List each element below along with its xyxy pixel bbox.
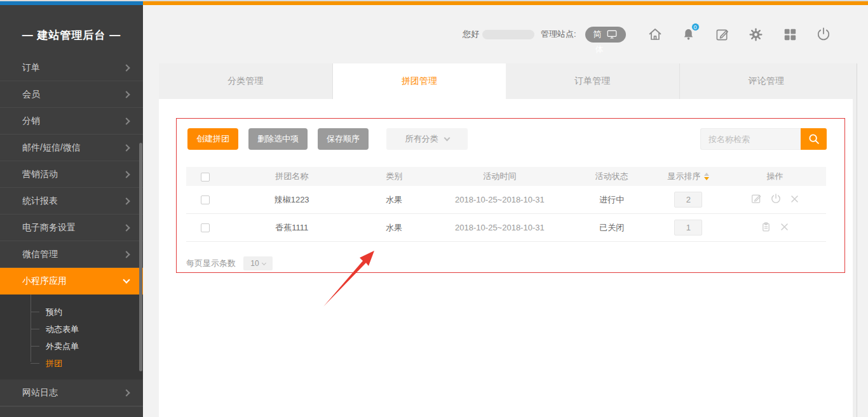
submenu-item-label: 外卖点单: [46, 341, 79, 352]
username-redacted: [482, 30, 534, 39]
sidebar-item-wechat-management[interactable]: 微信管理: [0, 241, 143, 268]
sidebar-item-cutoff: [0, 406, 143, 417]
search-input[interactable]: [700, 128, 801, 150]
submenu-item-appointment[interactable]: 预约: [0, 303, 143, 321]
app-title: — 建站管理后台 —: [0, 5, 143, 43]
delete-selected-button[interactable]: 删除选中项: [248, 128, 308, 150]
category-filter-value: 所有分类: [405, 133, 438, 145]
header-category: 类别: [359, 171, 430, 182]
cell-time: 2018-10-25~2018-10-31: [430, 223, 571, 232]
sidebar-menu: 订单 会员 分销 邮件/短信/微信 营销活动 统计报表 电子商务设置: [0, 61, 143, 417]
chevron-right-icon: [123, 197, 130, 204]
language-char-overflow: 体: [595, 44, 604, 55]
chevron-right-icon: [123, 224, 130, 231]
sidebar-item-reports[interactable]: 统计报表: [0, 188, 143, 215]
header-sort: 显示排序: [667, 171, 700, 182]
tab-bar: 分类管理 拼团管理 订单管理 评论管理: [159, 63, 853, 99]
page-size-value: 10: [250, 259, 259, 268]
managed-site-label: 管理站点:: [541, 29, 576, 40]
cell-status: 进行中: [570, 194, 653, 206]
sidebar-item-label: 网站日志: [22, 387, 58, 399]
notification-badge: 0: [691, 23, 700, 31]
sidebar-scrollbar[interactable]: [139, 143, 142, 371]
sort-toggle-icon[interactable]: [704, 173, 709, 180]
category-filter-dropdown[interactable]: 所有分类: [386, 128, 468, 150]
chevron-down-icon: [444, 135, 450, 141]
create-groupbuy-button[interactable]: 创建拼团: [187, 128, 238, 150]
greeting-text: 您好: [463, 29, 479, 40]
sidebar: — 建站管理后台 — 订单 会员 分销 邮件/短信/微信 营销活动 统计报表: [0, 5, 143, 417]
row-edit-icon[interactable]: [750, 193, 762, 204]
table-header-row: 拼团名称 类别 活动时间 活动状态 显示排序 操作: [186, 167, 826, 186]
sort-order-box[interactable]: 2: [674, 192, 702, 208]
page-size-label: 每页显示条数: [186, 258, 236, 269]
search-area: [700, 128, 827, 150]
home-icon[interactable]: [648, 27, 663, 42]
sidebar-item-marketing[interactable]: 营销活动: [0, 161, 143, 188]
sidebar-item-label: 统计报表: [22, 195, 58, 207]
notifications-bell-icon[interactable]: 0: [681, 27, 696, 42]
chevron-right-icon: [123, 171, 130, 178]
tab-category-management[interactable]: 分类管理: [159, 63, 333, 99]
sidebar-item-miniprogram-apps[interactable]: 小程序应用: [0, 268, 143, 295]
sort-up-icon: [704, 173, 709, 176]
sidebar-item-mail-sms-wechat[interactable]: 邮件/短信/微信: [0, 135, 143, 161]
table-row: 辣椒1223 水果 2018-10-25~2018-10-31 进行中 2: [186, 186, 826, 214]
row-report-clipboard-icon[interactable]: [761, 222, 771, 232]
row-delete-icon[interactable]: [790, 194, 799, 204]
apps-grid-icon[interactable]: [782, 27, 797, 42]
chevron-right-icon: [123, 64, 130, 71]
edit-icon[interactable]: [715, 27, 730, 42]
sidebar-item-ecommerce-settings[interactable]: 电子商务设置: [0, 215, 143, 241]
header-operations: 操作: [724, 171, 826, 182]
sidebar-item-site-logs[interactable]: 网站日志: [0, 380, 143, 406]
sidebar-item-orders-partial: 订单: [0, 61, 143, 81]
chevron-right-icon: [123, 389, 130, 396]
submenu-item-takeout[interactable]: 外卖点单: [0, 338, 143, 355]
page-size-select[interactable]: 10: [243, 256, 273, 270]
tab-order-management[interactable]: 订单管理: [506, 63, 680, 99]
topbar: 您好 管理站点: 简 体 0: [463, 26, 831, 43]
sidebar-item-distribution[interactable]: 分销: [0, 108, 143, 135]
content-scrollbar[interactable]: [852, 63, 857, 417]
sidebar-item-members[interactable]: 会员: [0, 81, 143, 108]
language-toggle[interactable]: 简 体: [585, 27, 626, 43]
header-status: 活动状态: [570, 171, 653, 182]
top-progress-strip: [0, 0, 868, 5]
sidebar-item-label: 会员: [22, 89, 40, 100]
language-char: 简: [593, 29, 601, 40]
sidebar-item-orders[interactable]: 订单: [0, 61, 143, 81]
cell-name: 辣椒1223: [224, 194, 358, 206]
sidebar-submenu: 预约 动态表单 外卖点单 拼团: [0, 295, 143, 380]
settings-gear-icon[interactable]: [749, 27, 764, 42]
sidebar-item-label: 小程序应用: [22, 275, 67, 287]
chevron-down-icon: [123, 276, 130, 283]
sort-order-box[interactable]: 1: [674, 220, 702, 235]
power-logout-icon[interactable]: [816, 27, 831, 42]
row-delete-icon[interactable]: [780, 222, 789, 232]
toolbar: 创建拼团 删除选中项 保存顺序 所有分类: [187, 128, 468, 150]
tab-groupbuy-management[interactable]: 拼团管理: [333, 63, 506, 99]
table-row: 香蕉1111 水果 2018-10-25~2018-10-31 已关闭 1: [186, 214, 826, 242]
row-power-icon[interactable]: [770, 193, 782, 204]
search-button[interactable]: [801, 128, 827, 150]
cell-category: 水果: [359, 194, 430, 206]
save-order-button[interactable]: 保存顺序: [318, 128, 369, 150]
chevron-down-icon: [262, 260, 266, 265]
cell-category: 水果: [359, 222, 430, 234]
header-name: 拼团名称: [224, 171, 358, 182]
tab-comment-management[interactable]: 评论管理: [680, 63, 853, 99]
row-checkbox[interactable]: [201, 223, 210, 232]
submenu-item-dynamic-forms[interactable]: 动态表单: [0, 321, 143, 338]
chevron-right-icon: [123, 144, 130, 151]
cell-time: 2018-10-25~2018-10-31: [430, 195, 571, 204]
chevron-right-icon: [123, 117, 130, 124]
chevron-right-icon: [123, 91, 130, 98]
submenu-item-groupbuy[interactable]: 拼团: [0, 355, 143, 372]
search-icon: [807, 132, 821, 146]
cell-name: 香蕉1111: [224, 222, 358, 234]
groupbuy-table: 拼团名称 类别 活动时间 活动状态 显示排序 操作 辣椒1223 水果 2018…: [186, 167, 826, 242]
row-checkbox[interactable]: [201, 195, 210, 204]
select-all-checkbox[interactable]: [201, 173, 210, 182]
submenu-item-label: 预约: [46, 307, 62, 318]
